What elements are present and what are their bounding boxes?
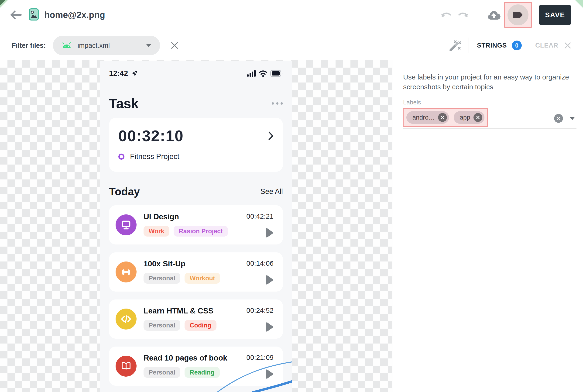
- more-dots-icon: [272, 102, 283, 105]
- topbar-actions: SAVE: [440, 2, 571, 28]
- status-icons: [247, 70, 283, 77]
- clear-x-icon: [564, 42, 571, 49]
- chip-remove-button[interactable]: [438, 113, 447, 122]
- screen-header: Task: [109, 96, 283, 111]
- page-title: home@2x.png: [44, 10, 105, 20]
- play-icon: [265, 369, 274, 379]
- project-ring-icon: [118, 154, 124, 160]
- dumbbell-icon: [115, 262, 136, 282]
- timer-card: 00:32:10 Fitness Project: [109, 118, 283, 172]
- filter-bar: Filter files: impact.xml: [0, 31, 583, 60]
- project-name: Fitness Project: [130, 152, 179, 161]
- task-time: 00:42:21: [246, 212, 274, 220]
- save-button[interactable]: SAVE: [539, 5, 571, 25]
- filterbar-right: STRINGS 0 CLEAR: [449, 38, 571, 53]
- task-card: UI Design Work Rasion Project 00:42:21: [109, 205, 283, 244]
- strings-tab[interactable]: STRINGS: [477, 42, 507, 49]
- chip-remove-button[interactable]: [474, 113, 482, 122]
- label-tool-icon: [512, 10, 524, 20]
- labels-field[interactable]: andro… app: [403, 106, 577, 129]
- tag: Personal: [143, 320, 180, 331]
- tag: Coding: [185, 320, 216, 331]
- task-time: 00:21:09: [246, 354, 274, 362]
- clear-button-x[interactable]: [564, 42, 571, 49]
- see-all-link: See All: [260, 188, 283, 196]
- task-title: 100x Sit-Up: [143, 260, 246, 268]
- monitor-icon: [115, 214, 136, 236]
- task-title: Read 10 pages of book: [143, 354, 246, 362]
- filter-files-label: Filter files:: [12, 42, 46, 50]
- task-card: Learn HTML & CSS Personal Coding 00:24:5…: [109, 300, 283, 339]
- back-button[interactable]: [9, 8, 22, 22]
- task-list: UI Design Work Rasion Project 00:42:21: [109, 205, 283, 386]
- undo-icon: [440, 10, 452, 20]
- corner-accent: [575, 0, 583, 8]
- upload-cloud-icon: [487, 10, 501, 20]
- chip-remove-icon: [476, 115, 480, 120]
- tag: Workout: [185, 273, 220, 284]
- chip-remove-icon: [440, 115, 445, 120]
- play-icon: [265, 228, 274, 238]
- strings-count-badge: 0: [512, 40, 522, 50]
- divider: [478, 7, 478, 22]
- status-bar: 12:42: [109, 68, 283, 79]
- timer-value: 00:32:10: [118, 127, 184, 145]
- label-tool-highlight: [504, 2, 532, 28]
- chip-label: andro…: [412, 114, 435, 121]
- caret-down-icon[interactable]: [570, 117, 575, 120]
- file-filter-dropdown[interactable]: impact.xml: [53, 36, 160, 55]
- corner-accent: [0, 0, 5, 6]
- caret-down-icon: [146, 44, 151, 47]
- phone-content: 12:42: [100, 68, 292, 386]
- task-title: UI Design: [143, 212, 246, 221]
- screen-title: Task: [109, 96, 138, 111]
- clear-button[interactable]: CLEAR: [535, 42, 558, 49]
- task-card: 100x Sit-Up Personal Workout 00:14:06: [109, 252, 283, 292]
- divider: [469, 38, 469, 53]
- location-arrow-icon: [131, 70, 138, 77]
- auto-tag-button[interactable]: [449, 39, 462, 52]
- tag: Rasion Project: [174, 226, 228, 236]
- code-icon: [115, 308, 136, 330]
- label-chip[interactable]: app: [454, 111, 485, 124]
- task-time: 00:24:52: [246, 306, 274, 314]
- clear-all-labels-button[interactable]: [554, 114, 563, 123]
- task-time: 00:14:06: [246, 260, 274, 267]
- label-chip[interactable]: andro…: [406, 111, 449, 124]
- labels-highlight: andro… app: [403, 108, 488, 127]
- tag: Personal: [143, 367, 180, 378]
- play-icon: [265, 275, 274, 285]
- close-icon: [170, 41, 179, 50]
- wifi-icon: [259, 70, 267, 77]
- redo-button[interactable]: [458, 10, 469, 20]
- undo-button[interactable]: [440, 10, 452, 20]
- chip-label: app: [460, 114, 470, 121]
- tag: Work: [143, 226, 169, 236]
- labels-panel: Use labels in your project for an easy w…: [392, 60, 583, 392]
- panel-description: Use labels in your project for an easy w…: [403, 72, 576, 92]
- labels-caption: Labels: [403, 99, 583, 106]
- chevron-right-icon: [267, 130, 274, 141]
- upload-button[interactable]: [487, 10, 501, 20]
- clear-all-icon: [557, 116, 561, 120]
- redo-icon: [458, 10, 469, 20]
- selected-file-name: impact.xml: [78, 42, 110, 50]
- play-icon: [265, 322, 274, 332]
- signal-icon: [247, 70, 256, 77]
- book-icon: [115, 356, 136, 376]
- label-tool-button[interactable]: [508, 4, 529, 26]
- today-title: Today: [109, 185, 140, 198]
- battery-icon: [270, 70, 283, 77]
- magic-wand-icon: [449, 39, 462, 52]
- phone-screenshot[interactable]: 12:42: [100, 61, 292, 392]
- today-header: Today See All: [109, 185, 283, 198]
- top-bar: home@2x.png: [0, 0, 583, 30]
- app-window: home@2x.png: [0, 0, 583, 392]
- status-time: 12:42: [109, 69, 128, 78]
- panel-description-line2: screenshots by certain topics: [403, 82, 576, 92]
- field-underline: [403, 128, 577, 129]
- back-arrow-icon: [10, 10, 22, 20]
- tag: Personal: [143, 273, 180, 284]
- tag: Reading: [185, 367, 220, 378]
- remove-filter-button[interactable]: [170, 41, 179, 50]
